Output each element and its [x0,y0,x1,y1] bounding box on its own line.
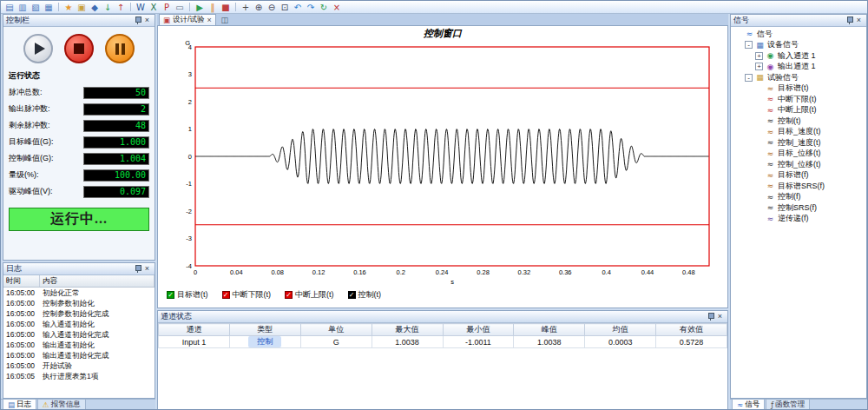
left-tab-log[interactable]: ▤日志 [3,400,36,410]
tree-item[interactable]: ≈中断上限(t) [733,105,866,116]
toolbar-open-test-icon[interactable]: ▣ [76,2,88,13]
tree-expander-icon[interactable]: + [755,63,763,70]
pause-button[interactable] [105,34,135,63]
tree-item[interactable]: ≈目标谱(f) [733,170,866,182]
toolbar-new-test-icon[interactable]: ★ [62,2,75,13]
toolbar-cursor-icon[interactable]: + [240,2,252,13]
stop-button[interactable] [64,34,94,63]
log-time: 16:05:05 [3,371,40,381]
pin-icon[interactable] [707,312,715,321]
pin-icon[interactable] [134,16,142,25]
legend-item[interactable]: ✓中断下限(t) [222,289,272,301]
toolbar-pause-test-icon[interactable]: ‖ [207,2,219,13]
tree-item[interactable]: ≈控制(t) [733,116,866,127]
toolbar-print-report-icon[interactable]: ▭ [174,2,186,13]
toolbar-undo-icon[interactable]: ↶ [292,2,304,13]
toolbar-workspace-layout-icon[interactable]: ▦ [43,2,55,13]
legend-item[interactable]: ✓控制(t) [348,289,382,301]
tab-close-icon[interactable]: × [207,16,211,24]
log-content: 输出通道初始化 [40,340,155,350]
tree-expander-spacer [755,171,763,179]
tree-item[interactable]: ≈目标_位移(t) [733,149,866,160]
tree-expander-spacer [755,215,763,222]
log-panel: 日志 × 时间 内容 16:05:00初始化正常16:05:00控制参数初始化1… [3,262,155,399]
tree-item[interactable]: ≈控制SRS(f) [733,202,866,214]
toolbar-zoom-out-icon[interactable]: ⊖ [266,2,278,13]
close-icon[interactable]: × [854,16,864,25]
tree-expander-spacer [755,106,763,114]
legend-checkbox-icon[interactable]: ✓ [222,291,230,299]
tree-item[interactable]: +◉输入通道 1 [733,50,866,62]
close-icon[interactable]: × [142,264,152,274]
start-button[interactable] [23,34,53,63]
toolbar-save-test-icon[interactable]: ◆ [89,2,101,13]
toolbar-export-data-icon[interactable]: ↑ [115,2,127,13]
tree-item[interactable]: -▦试验信号 [733,72,866,83]
tree-expander-icon[interactable]: - [745,74,753,82]
status-fields: 脉冲总数:50输出脉冲数:2剩余脉冲数:48目标峰值(G):1.000控制峰值(… [9,84,149,200]
channel-table-container: 通道类型单位最大值最小值峰值均值有效值 Input 1控制G1.0038-1.0… [158,323,727,410]
toolbar-show-log-panel-icon[interactable]: ▥ [16,2,29,13]
tab-label: 设计/试验 [173,15,204,25]
toolbar-show-signal-panel-icon[interactable]: ▧ [30,2,42,13]
pin-icon[interactable] [134,264,142,274]
tree-item[interactable]: ≈控制(f) [733,192,866,203]
legend-item[interactable]: ✓目标谱(t) [167,289,208,301]
tree-item[interactable]: ≈逆传递(f) [733,214,866,225]
legend-label: 中断上限(t) [295,289,334,301]
toolbar-report-excel-icon[interactable]: X [148,2,160,13]
right-tab-signal[interactable]: ≈信号 [732,400,765,410]
tab-design-test[interactable]: ▣ 设计/试验 × [159,14,216,25]
table-row: Input 1控制G1.0038-1.00111.00380.00030.572… [159,336,727,348]
legend-checkbox-icon[interactable]: ✓ [167,291,174,299]
right-tab-function[interactable]: ƒ函数管理 [766,400,810,410]
close-icon[interactable]: × [142,16,152,25]
stop-icon [74,43,84,54]
tree-expander-icon[interactable]: + [755,52,763,60]
status-field-label: 量级(%): [9,169,83,181]
toolbar-run-test-icon[interactable]: ▶ [194,2,206,13]
tree-item[interactable]: ≈中断下限(t) [733,94,866,105]
tree-item[interactable]: ≈目标_速度(t) [733,127,866,138]
tree-expander-spacer [755,149,763,157]
signal-icon: ≈ [766,138,775,147]
tree-item[interactable]: ≈目标谱(t) [733,83,866,95]
channel-type-badge: 控制 [248,336,281,347]
legend-checkbox-icon[interactable]: ✓ [348,291,356,299]
tree-item-label: 设备信号 [767,39,799,50]
log-time: 16:05:00 [3,340,40,350]
toolbar-zoom-fit-icon[interactable]: ⊡ [279,2,291,13]
toolbar-refresh-icon[interactable]: ↻ [318,2,330,13]
tree-item[interactable]: -▦设备信号 [733,40,866,51]
close-icon[interactable]: × [715,312,725,321]
tree-item[interactable]: ≈控制_位移(t) [733,159,866,170]
toolbar-zoom-in-icon[interactable]: ⊕ [253,2,265,13]
tree-item[interactable]: ≈控制_速度(t) [733,137,866,149]
toolbar-show-control-bar-icon[interactable]: ▤ [3,2,16,13]
toolbar-report-pdf-icon[interactable]: P [161,2,173,13]
toolbar-close-window-icon[interactable]: × [331,2,343,13]
tree-expander-spacer [755,117,763,125]
snapshot-icon[interactable]: ◫ [219,15,231,25]
tree-item-label: 控制_速度(t) [778,137,821,149]
toolbar-import-data-icon[interactable]: ↓ [102,2,114,13]
tree-expander-spacer [755,84,763,92]
x-tick-label: 0.44 [641,268,654,276]
right-bottom-tabstrip: ≈信号ƒ函数管理 [730,399,867,410]
tree-item[interactable]: +◉输出通道 1 [733,62,866,73]
tree-item[interactable]: ≈目标谱SRS(f) [733,181,866,192]
channel-column-header: 单位 [300,324,372,336]
status-field-value: 50 [83,87,149,99]
tree-expander-icon[interactable]: - [745,41,753,49]
tree-item[interactable]: ≈信号 [733,29,866,40]
toolbar-redo-icon[interactable]: ↷ [305,2,317,13]
pin-icon[interactable] [845,16,854,25]
toolbar-report-word-icon[interactable]: W [135,2,147,13]
left-tab-alarm[interactable]: ⚠报警信息 [37,400,86,410]
status-field-row: 量级(%):100.00 [9,167,149,183]
x-tick-label: 0.16 [353,268,366,276]
toolbar-stop-test-icon[interactable]: ■ [220,2,232,13]
legend-item[interactable]: ✓中断上限(t) [285,289,334,301]
legend-checkbox-icon[interactable]: ✓ [285,291,293,299]
document-tabstrip: ▣ 设计/试验 × ◫ [157,14,728,25]
